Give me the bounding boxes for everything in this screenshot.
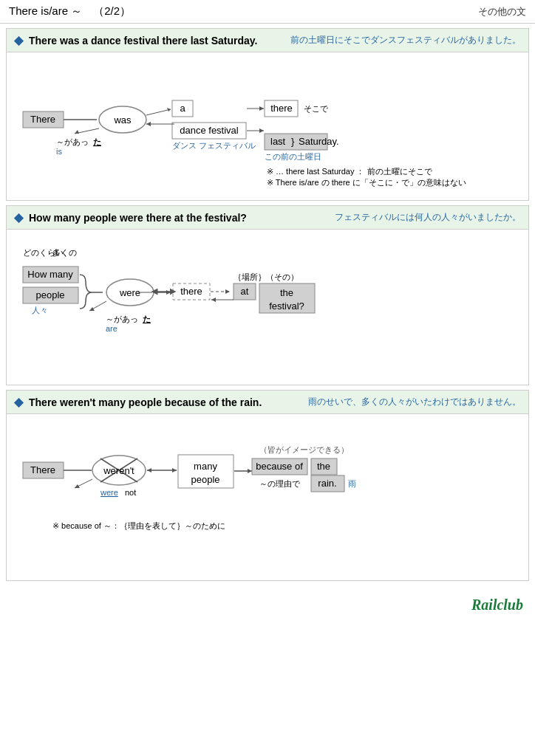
section-1-diagram: There was ～があっ た is a dance festival ダン <box>16 60 518 189</box>
svg-marker-11 <box>167 108 171 111</box>
page-subtitle: その他の文 <box>478 5 526 18</box>
svg-text:were: were <box>119 287 140 298</box>
svg-text:was: was <box>113 114 132 126</box>
svg-marker-84 <box>248 469 252 473</box>
svg-text:（皆がイメージできる）: （皆がイメージできる） <box>259 445 349 454</box>
svg-text:the: the <box>317 461 330 472</box>
section-2-header: ◆ How many people were there at the fest… <box>7 206 528 230</box>
section-3-english: There weren't many people because of the… <box>29 396 262 408</box>
svg-text:festival?: festival? <box>269 300 304 312</box>
svg-marker-65 <box>211 298 216 302</box>
svg-marker-19 <box>146 122 151 126</box>
svg-text:rain.: rain. <box>318 478 336 489</box>
diamond-icon-2: ◆ <box>14 210 23 224</box>
svg-text:many: many <box>194 461 217 472</box>
section-3: ◆ There weren't many people because of t… <box>6 390 529 581</box>
section-1: ◆ There was a dance festival there last … <box>6 28 529 201</box>
section-1-english: There was a dance festival there last Sa… <box>29 35 257 47</box>
svg-text:この前の: この前の <box>265 152 297 161</box>
svg-text:last: last <box>270 136 286 147</box>
watermark: Railclub <box>471 597 523 614</box>
svg-text:There: There <box>30 464 55 475</box>
svg-text:～の理由で: ～の理由で <box>259 479 301 488</box>
svg-text:ダンス: ダンス <box>172 141 197 150</box>
svg-marker-57 <box>225 289 230 294</box>
section-1-japanese: 前の土曜日にそこでダンスフェスティバルがありました。 <box>290 34 521 47</box>
section-3-japanese: 雨のせいで、多くの人々がいたわけではありません。 <box>308 396 521 408</box>
svg-text:Saturday.: Saturday. <box>299 136 339 147</box>
svg-text:～があっ: ～があっ <box>56 137 89 146</box>
svg-text:}: } <box>291 136 295 147</box>
svg-text:dance festival: dance festival <box>180 125 239 136</box>
svg-text:There: There <box>30 114 55 125</box>
svg-text:た: た <box>93 137 101 146</box>
svg-text:人々: 人々 <box>32 306 48 315</box>
diamond-icon-1: ◆ <box>14 33 23 47</box>
page-header: There is/are ～ （2/2） その他の文 <box>0 0 535 24</box>
svg-text:there: there <box>180 286 202 297</box>
svg-text:※ There is/are の there に「そこに・で: ※ There is/are の there に「そこに・で」の意味はない <box>267 178 466 187</box>
svg-text:How many: How many <box>27 269 73 280</box>
svg-text:people: people <box>191 474 219 485</box>
watermark-container: Railclub <box>0 585 535 622</box>
svg-text:｛場所｝（その）: ｛場所｝（その） <box>234 272 299 281</box>
section-3-body: There weren't were not many people <box>7 414 528 580</box>
svg-line-10 <box>146 109 171 115</box>
svg-text:not: not <box>125 488 136 497</box>
svg-text:～があっ: ～があっ <box>106 315 138 323</box>
svg-text:were: were <box>100 488 118 497</box>
svg-text:雨: 雨 <box>348 479 356 488</box>
section-3-header: ◆ There weren't many people because of t… <box>7 391 528 414</box>
svg-text:a: a <box>180 103 185 114</box>
svg-text:フェスティバル: フェスティバル <box>199 141 256 150</box>
svg-text:多くの: 多くの <box>52 248 77 257</box>
svg-marker-79 <box>172 468 177 472</box>
section-1-body: There was ～があっ た is a dance festival ダン <box>7 52 528 200</box>
page-title: There is/are ～ （2/2） <box>9 4 131 18</box>
section-2-japanese: フェスティバルには何人の人々がいましたか。 <box>335 211 521 224</box>
svg-marker-51 <box>166 290 171 295</box>
svg-marker-49 <box>89 307 95 311</box>
section-3-diagram: There weren't were not many people <box>16 422 518 569</box>
svg-marker-30 <box>259 128 264 133</box>
svg-text:※ because of ～：｛理由を表して｝～のために: ※ because of ～：｛理由を表して｝～のために <box>52 521 225 530</box>
svg-text:because of: because of <box>256 461 303 472</box>
svg-text:the: the <box>280 287 293 298</box>
svg-text:there: there <box>270 103 293 114</box>
svg-text:is: is <box>56 147 62 156</box>
svg-marker-78 <box>147 468 151 472</box>
svg-text:weren't: weren't <box>103 465 134 476</box>
diamond-icon-3: ◆ <box>14 395 23 409</box>
section-2-body: どのくらい 多くの How many people 人々 were ～があっ た… <box>7 230 528 385</box>
svg-text:at: at <box>241 286 249 297</box>
svg-text:土曜日: 土曜日 <box>297 152 321 161</box>
section-2: ◆ How many people were there at the fest… <box>6 205 529 385</box>
svg-marker-6 <box>75 130 79 134</box>
section-1-header: ◆ There was a dance festival there last … <box>7 29 528 52</box>
svg-text:※ … there last Saturday ： 前の土曜: ※ … there last Saturday ： 前の土曜にそこで <box>267 167 433 176</box>
section-2-diagram: どのくらい 多くの How many people 人々 were ～があっ た… <box>16 237 518 374</box>
svg-text:そこで: そこで <box>304 104 329 113</box>
svg-text:た: た <box>143 315 151 323</box>
svg-text:people: people <box>35 289 64 300</box>
svg-text:are: are <box>106 324 117 333</box>
section-2-english: How many people were there at the festiv… <box>29 212 247 224</box>
svg-marker-24 <box>259 106 264 111</box>
